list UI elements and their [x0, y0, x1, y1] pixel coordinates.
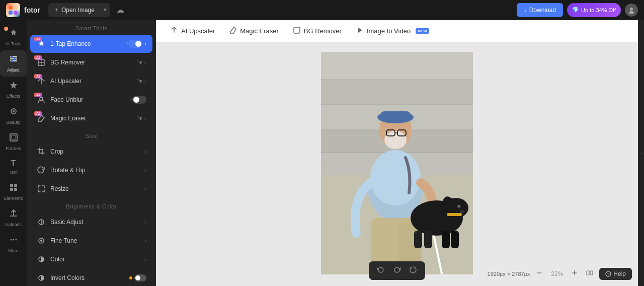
effects-label: Effects [7, 94, 20, 99]
tool-name-invert-colors: Invert Colors [50, 274, 129, 281]
download-button[interactable]: ↓ Download [517, 3, 563, 17]
tool-item-resize[interactable]: Resize › [30, 180, 152, 198]
secondary-image-to-video-button[interactable]: Image to Video NEW [350, 23, 435, 39]
tool-item-rotate-flip[interactable]: Rotate & Flip › [30, 161, 152, 179]
yellow-dot-indicator [129, 276, 132, 279]
tool-name-color: Color [50, 256, 144, 263]
rotate-chevron[interactable]: › [144, 167, 146, 173]
zoom-out-button[interactable] [534, 268, 545, 279]
secondary-bg-remover-button[interactable]: BG Remover [287, 23, 348, 39]
dropdown-arrow-magic[interactable]: ▾ [139, 115, 142, 122]
help-button[interactable]: ? Help [599, 268, 632, 280]
resize-icon [36, 184, 46, 194]
more-icon [9, 235, 18, 247]
svg-marker-32 [358, 28, 362, 33]
undo-button[interactable] [374, 264, 388, 277]
image-to-video-btn-wrap: Image to Video NEW [350, 23, 435, 39]
tool-item-1-tap-enhance[interactable]: AI 1-Tap Enhance ? › [30, 35, 152, 53]
open-image-group: ＋ Open Image ▾ [48, 3, 110, 17]
fotor-wordmark: fotor [24, 6, 40, 14]
tool-item-bg-remover[interactable]: AI BG Remover ? ▾ › [30, 53, 152, 72]
sidebar-item-adjust[interactable]: Adjust [0, 50, 27, 77]
fine-tune-chevron[interactable]: › [144, 238, 146, 244]
discount-button[interactable]: 💎 Up to 34% Off [567, 3, 621, 17]
effects-icon [9, 81, 18, 92]
bg-remover-sec-icon [293, 26, 301, 36]
svg-rect-17 [10, 184, 13, 187]
dropdown-arrow-upscaler[interactable]: ▾ [139, 78, 142, 85]
color-chevron[interactable]: › [144, 256, 146, 262]
svg-text:?: ? [607, 272, 609, 276]
invert-colors-icon [36, 273, 46, 283]
svg-rect-68 [442, 231, 450, 248]
svg-rect-0 [9, 6, 13, 10]
face-unblur-toggle[interactable] [132, 96, 146, 104]
secondary-magic-eraser-button[interactable]: Magic Eraser [223, 23, 285, 39]
user-avatar[interactable] [625, 4, 638, 17]
brightness-section-label: Brightness & Color [27, 198, 155, 212]
fine-tune-controls: › [144, 238, 146, 244]
open-image-dropdown-button[interactable]: ▾ [100, 3, 110, 17]
tool-item-color[interactable]: Color › [30, 250, 152, 268]
rotate-controls: › [144, 167, 146, 173]
dropdown-arrow-bg[interactable]: ▾ [139, 59, 142, 66]
open-image-button[interactable]: ＋ Open Image [48, 3, 100, 17]
secondary-ai-upscaler-button[interactable]: AI Upscaler [164, 23, 221, 39]
svg-point-14 [13, 110, 15, 112]
tool-name-rotate-flip: Rotate & Flip [50, 167, 144, 174]
enhance-chevron[interactable]: › [144, 41, 146, 47]
tool-item-magic-eraser[interactable]: AI Magic Eraser ? ▾ › [30, 109, 152, 127]
zoom-in-button[interactable] [569, 268, 580, 279]
new-badge: NEW [416, 28, 429, 34]
sidebar-item-more[interactable]: More [0, 231, 27, 257]
upscaler-chevron[interactable]: › [144, 78, 146, 84]
basic-adjust-chevron[interactable]: › [144, 219, 146, 225]
fotor-logo [6, 3, 20, 17]
text-label: Text [9, 170, 18, 175]
tool-item-invert-colors[interactable]: Invert Colors [30, 269, 152, 286]
color-controls: › [144, 256, 146, 262]
topbar: fotor ＋ Open Image ▾ ☁ ↓ Download 💎 Up t… [0, 0, 644, 20]
tool-item-crop[interactable]: Crop › [30, 142, 152, 161]
fit-view-button[interactable] [584, 268, 595, 279]
photo-container [321, 52, 473, 276]
right-panel-handle[interactable]: ‹ [638, 20, 644, 286]
tool-name-crop: Crop [50, 148, 144, 155]
sidebar-item-effects[interactable]: Effects [0, 77, 27, 103]
face-unblur-controls [132, 96, 146, 104]
svg-point-28 [40, 240, 42, 242]
gem-icon: 💎 [572, 7, 579, 13]
bg-chevron[interactable]: › [144, 59, 146, 65]
tool-name-fine-tune: Fine Tune [50, 237, 144, 244]
svg-rect-20 [14, 188, 17, 191]
cloud-button[interactable]: ☁ [116, 5, 124, 15]
tool-name-face-unblur: Face Unblur [50, 96, 127, 103]
sidebar-item-frames[interactable]: Frames [0, 129, 27, 155]
ai-tools-label: AI Tools [6, 41, 22, 46]
tool-item-basic-adjust[interactable]: Basic Adjust › [30, 213, 152, 231]
tool-name-basic-adjust: Basic Adjust [50, 219, 144, 226]
sidebar-item-ai-tools[interactable]: AI Tools [0, 24, 27, 50]
tool-item-face-unblur[interactable]: AI Face Unblur ? [30, 91, 152, 109]
enhance-toggle[interactable] [128, 40, 142, 48]
invert-colors-toggle[interactable] [134, 274, 146, 281]
resize-chevron[interactable]: › [144, 186, 146, 192]
svg-point-5 [629, 11, 634, 14]
ai-badge: AI [34, 37, 42, 41]
tool-item-fine-tune[interactable]: Fine Tune › [30, 232, 152, 250]
sidebar-item-beauty[interactable]: Beauty [0, 103, 27, 129]
svg-point-21 [13, 239, 14, 241]
tool-name-resize: Resize [50, 185, 144, 192]
download-icon: ↓ [524, 7, 527, 14]
sidebar-icons: AI Tools Adjust Effects Beauty Frames [0, 20, 27, 286]
reset-button[interactable] [406, 264, 420, 277]
plus-icon: ＋ [53, 6, 59, 14]
crop-chevron[interactable]: › [144, 149, 146, 155]
redo-button[interactable] [390, 264, 404, 277]
magic-chevron[interactable]: › [144, 115, 146, 121]
tool-item-ai-upscaler[interactable]: AI AI Upscaler ? ▾ › [30, 72, 152, 90]
sidebar-item-elements[interactable]: Elements [0, 179, 27, 205]
sidebar-item-uploads[interactable]: Uploads [0, 205, 27, 231]
sidebar-item-text[interactable]: T Text [0, 155, 27, 179]
bg-remover-controls: ▾ › [139, 59, 146, 66]
